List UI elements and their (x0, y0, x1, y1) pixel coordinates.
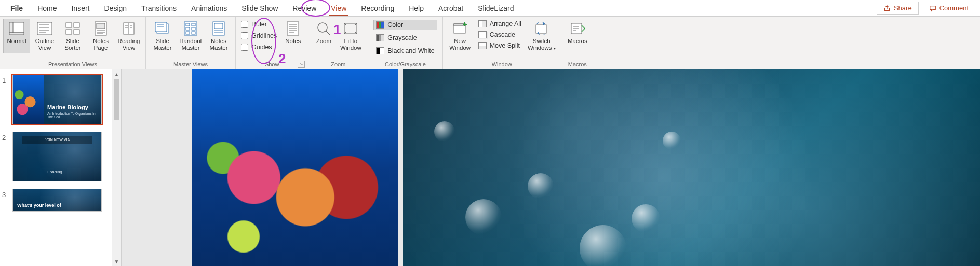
tab-slideshow[interactable]: Slide Show (234, 1, 285, 16)
grayscale-button[interactable]: Grayscale (373, 33, 437, 43)
move-split-icon (478, 42, 487, 49)
reading-view-button[interactable]: Reading View (115, 19, 142, 53)
notes-icon (284, 21, 302, 36)
group-label-window: Window (446, 60, 558, 69)
notes-page-icon (92, 21, 110, 36)
scroll-up-button[interactable]: ▲ (112, 69, 121, 79)
tab-review[interactable]: Review (285, 1, 324, 16)
group-master-views: Slide Master Handout Master Notes Master… (146, 17, 236, 69)
dropdown-icon: ▾ (554, 46, 556, 51)
svg-rect-10 (66, 30, 72, 34)
svg-rect-1 (9, 22, 13, 33)
fit-to-window-icon (342, 21, 359, 36)
svg-rect-11 (74, 30, 79, 34)
gridlines-checkbox[interactable]: Gridlines (241, 32, 277, 39)
switch-windows-icon (533, 21, 551, 36)
new-window-button[interactable]: New Window (446, 19, 474, 53)
slide-editor[interactable] (122, 69, 980, 266)
svg-rect-13 (97, 23, 105, 29)
notes-page-button[interactable]: Notes Page (87, 19, 114, 53)
slide-pane-right (403, 69, 980, 266)
notes-master-button[interactable]: Notes Master (205, 19, 232, 53)
slide-sorter-icon (64, 21, 82, 36)
svg-rect-9 (74, 23, 79, 27)
outline-view-button[interactable]: Outline View (31, 19, 58, 53)
slide-master-icon (154, 21, 171, 36)
thumb-number-2: 2 (2, 132, 9, 181)
group-label-show: Show ↘ (239, 60, 305, 69)
macros-button[interactable]: Macros (565, 19, 590, 53)
group-label-presentation-views: Presentation Views (3, 60, 142, 69)
zoom-button[interactable]: Zoom (312, 19, 335, 53)
slide-thumbnail-2[interactable]: JOIN NOW VIA Loading ... (12, 132, 102, 181)
comment-icon (929, 5, 936, 12)
scroll-thumb[interactable] (114, 79, 119, 120)
cascade-icon (478, 31, 487, 38)
svg-rect-51 (536, 25, 546, 33)
slide-thumbnail-3[interactable]: What's your level of (12, 189, 102, 212)
tab-view[interactable]: View (324, 1, 354, 16)
move-split-button[interactable]: Move Split (477, 41, 522, 50)
slide-sorter-button[interactable]: Slide Sorter (59, 19, 86, 53)
zoom-icon (315, 21, 332, 36)
group-label-color: Color/Grayscale (371, 60, 439, 69)
tab-design[interactable]: Design (97, 1, 135, 16)
scroll-down-button[interactable]: ▼ (112, 257, 121, 266)
comment-button[interactable]: Comment (923, 2, 975, 15)
cascade-button[interactable]: Cascade (477, 31, 522, 39)
tab-acrobat[interactable]: Acrobat (431, 1, 471, 16)
outline-view-icon (36, 21, 53, 36)
svg-line-45 (326, 31, 330, 35)
group-presentation-views: Normal Outline View Slide Sorter Notes P… (0, 17, 146, 69)
group-label-macros: Macros (565, 60, 590, 69)
tab-recording[interactable]: Recording (354, 1, 401, 16)
arrange-all-button[interactable]: Arrange All (477, 20, 522, 28)
handout-master-button[interactable]: Handout Master (177, 19, 204, 53)
svg-rect-2 (9, 33, 24, 35)
ruler-checkbox[interactable]: Ruler (241, 21, 277, 28)
svg-rect-27 (184, 22, 197, 35)
tab-home[interactable]: Home (30, 1, 64, 16)
color-button[interactable]: Color (373, 20, 437, 30)
scroll-track[interactable] (112, 79, 121, 257)
workspace: 1 Marine Biology An Introduction To Orga… (0, 69, 980, 266)
group-macros: Macros Macros (561, 17, 594, 69)
thumb-number-1: 1 (2, 75, 9, 124)
tab-transitions[interactable]: Transitions (134, 1, 184, 16)
group-label-master-views: Master Views (149, 60, 232, 69)
group-zoom: Zoom Fit to Window Zoom (308, 17, 368, 69)
slide-thumbnail-panel: 1 Marine Biology An Introduction To Orga… (0, 69, 112, 266)
fit-to-window-button[interactable]: Fit to Window (337, 19, 365, 53)
slide-thumbnail-1[interactable]: Marine Biology An Introduction To Organi… (12, 75, 102, 124)
share-icon (883, 5, 891, 12)
macros-icon (569, 21, 586, 36)
reading-view-icon (120, 21, 138, 36)
group-show: Ruler Gridlines Guides Notes Show ↘ (236, 17, 308, 69)
tab-strip: File Home Insert Design Transitions Anim… (0, 0, 980, 17)
group-color-grayscale: Color Grayscale Black and White Color/Gr… (368, 17, 442, 69)
tab-slidelizard[interactable]: SlideLizard (471, 1, 521, 16)
black-white-button[interactable]: Black and White (373, 46, 437, 56)
notes-button[interactable]: Notes (281, 19, 305, 53)
arrange-all-icon (478, 20, 487, 27)
normal-view-button[interactable]: Normal (3, 19, 30, 53)
new-window-icon (451, 21, 469, 36)
ribbon: Normal Outline View Slide Sorter Notes P… (0, 17, 980, 69)
guides-checkbox[interactable]: Guides (241, 44, 277, 51)
svg-point-44 (318, 23, 327, 32)
notes-master-icon (210, 21, 227, 36)
thumb-number-3: 3 (2, 189, 9, 212)
tab-animations[interactable]: Animations (184, 1, 234, 16)
tab-file[interactable]: File (3, 1, 30, 16)
normal-view-icon (8, 21, 25, 36)
handout-master-icon (182, 21, 199, 36)
share-button[interactable]: Share (877, 2, 919, 15)
switch-windows-button[interactable]: Switch Windows ▾ (526, 19, 558, 54)
thumbnail-scrollbar[interactable]: ▲ ▼ (112, 69, 122, 266)
group-label-zoom: Zoom (312, 60, 365, 69)
group-window: New Window Arrange All Cascade Move Spli… (443, 17, 561, 69)
tab-help[interactable]: Help (401, 1, 431, 16)
tab-insert[interactable]: Insert (64, 1, 97, 16)
show-launcher[interactable]: ↘ (298, 61, 305, 68)
slide-master-button[interactable]: Slide Master (149, 19, 176, 53)
